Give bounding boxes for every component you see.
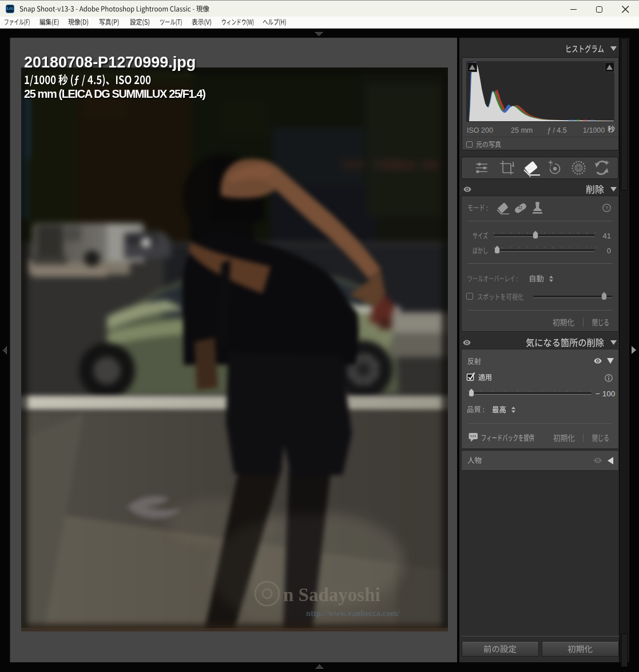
svg-text:n Sadayoshi: n Sadayoshi [283,584,380,605]
svg-text:nttp://www.vanbecca.com/: nttp://www.vanbecca.com/ [306,609,400,618]
svg-text:?: ? [605,205,608,211]
